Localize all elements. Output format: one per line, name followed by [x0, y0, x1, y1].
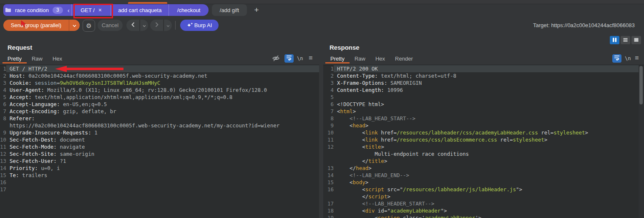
code-line[interactable]: 4Content-Length: 10996 — [323, 86, 644, 94]
code-line[interactable]: 5Accept: text/html,application/xhtml+xml… — [0, 94, 319, 101]
code-line[interactable]: 9 <head> — [323, 122, 644, 129]
code-line[interactable]: 15 <body> — [323, 179, 644, 186]
code-text: Referer: — [6, 115, 319, 122]
code-line[interactable]: 13 </head> — [323, 165, 644, 172]
tab-raw[interactable]: Raw — [350, 54, 370, 63]
history-forward-dropdown[interactable] — [164, 20, 172, 31]
code-line[interactable]: https://0a2c00e104244acf8066083100c0005f… — [0, 122, 319, 129]
code-line[interactable]: </title> — [323, 157, 644, 165]
request-menu-button[interactable]: ≡ — [309, 54, 312, 62]
code-line[interactable]: 14Priority: u=0, i — [0, 165, 319, 172]
layout-columns-button[interactable] — [610, 36, 619, 44]
code-line[interactable]: 7Accept-Encoding: gzip, deflate, br — [0, 108, 319, 115]
code-line[interactable]: 10 <link href=/resources/labheader/css/a… — [323, 129, 644, 136]
hide-nonprintable-button[interactable] — [272, 55, 280, 63]
code-text: User-Agent: Mozilla/5.0 (X11; Linux x86_… — [6, 86, 319, 94]
code-text: <link href=/resources/css/labsEcommerce.… — [334, 136, 644, 143]
tab-checkout[interactable]: /checkout — [169, 4, 209, 16]
cancel-button[interactable]: Cancel — [98, 20, 123, 31]
code-line[interactable]: 12 <title> — [323, 143, 644, 150]
word-wrap-toggle[interactable] — [284, 54, 294, 63]
gear-icon: ⚙ — [86, 22, 91, 30]
code-line[interactable]: 9Upgrade-Insecure-Requests: 1 — [0, 129, 319, 136]
code-text: Priority: u=0, i — [6, 165, 319, 172]
tab-add-gift[interactable]: /add gift — [212, 4, 247, 16]
code-line[interactable]: 3X-Frame-Options: SAMEORIGIN — [323, 79, 644, 86]
response-menu-button[interactable]: ≡ — [635, 54, 639, 62]
code-line[interactable]: 17 <!--LAB_HEADER_START--> — [323, 200, 644, 207]
code-line[interactable]: 13Sec-Fetch-User: ?1 — [0, 157, 319, 165]
line-number — [0, 122, 6, 129]
code-line[interactable]: 4User-Agent: Mozilla/5.0 (X11; Linux x86… — [0, 86, 319, 94]
tab-raw[interactable]: Raw — [27, 54, 48, 63]
code-line[interactable]: 2Content-Type: text/html; charset=utf-8 — [323, 72, 644, 79]
code-text: Host: 0a2c00e104244acf8066083100c0005f.w… — [6, 72, 319, 79]
settings-button[interactable]: ⚙ — [83, 20, 95, 32]
tab-race-condition[interactable]: race condition 3 ‹ — [3, 4, 71, 16]
code-line[interactable]: 8 <!--LAB_HEAD_START--> — [323, 115, 644, 122]
send-group-label: Send group (parallel) — [11, 22, 61, 28]
layout-rows-button[interactable] — [621, 36, 630, 44]
code-line[interactable]: 14 <!--LAB_HEAD_END--> — [323, 172, 644, 179]
code-text: Accept-Encoding: gzip, deflate, br — [6, 108, 319, 115]
code-line[interactable]: 7<html> — [323, 108, 644, 115]
line-number: 6 — [0, 101, 6, 108]
code-text: <script src="/resources/labheader/js/lab… — [334, 186, 644, 193]
code-text: Sec-Fetch-Site: same-origin — [6, 150, 319, 157]
code-text: <!--LAB_HEAD_END--> — [334, 172, 644, 179]
code-line[interactable]: 10Sec-Fetch-Dest: document — [0, 136, 319, 143]
collapse-group-icon[interactable]: ‹ — [68, 7, 70, 14]
tab-hex[interactable]: Hex — [48, 54, 67, 63]
word-wrap-toggle[interactable] — [612, 54, 621, 63]
show-newlines-toggle[interactable]: \n — [297, 56, 303, 61]
line-number: 17 — [323, 200, 334, 207]
code-line-selected[interactable]: 1GET / HTTP/2 — [0, 65, 319, 72]
send-group-button[interactable]: Send group (parallel) — [3, 20, 69, 31]
code-line[interactable]: 16 — [0, 179, 319, 186]
code-line[interactable]: 6Accept-Language: en-US,en;q=0.5 — [0, 101, 319, 108]
code-line[interactable]: 19 <section class='academyLabBanner'> — [323, 214, 644, 218]
line-number: 18 — [323, 207, 334, 214]
request-editor[interactable]: 1GET / HTTP/22Host: 0a2c00e104244acf8066… — [0, 65, 319, 218]
send-options-dropdown[interactable] — [69, 20, 80, 31]
code-line[interactable]: 5 — [323, 94, 644, 101]
tab-hex[interactable]: Hex — [370, 54, 390, 63]
line-number: 6 — [323, 101, 334, 108]
tab-add-cart-chaqueta[interactable]: add cart chaqueta — [111, 4, 169, 16]
code-line[interactable]: 11 <link href=/resources/css/labsEcommer… — [323, 136, 644, 143]
history-back-button[interactable] — [126, 20, 139, 31]
layout-single-button[interactable] — [631, 36, 641, 44]
line-number: 7 — [323, 108, 334, 115]
close-icon[interactable]: × — [98, 7, 102, 13]
code-line-selected[interactable]: 1HTTP/2 200 OK — [323, 65, 644, 72]
code-line[interactable]: 2Host: 0a2c00e104244acf8066083100c0005f.… — [0, 72, 319, 79]
code-line[interactable]: 11Sec-Fetch-Mode: navigate — [0, 143, 319, 150]
line-number: 10 — [0, 136, 6, 143]
code-line[interactable]: </script> — [323, 193, 644, 200]
line-number: 3 — [0, 79, 6, 86]
response-scrollbar-thumb[interactable] — [639, 66, 643, 104]
code-line[interactable]: 12Sec-Fetch-Site: same-origin — [0, 150, 319, 157]
tab-render[interactable]: Render — [390, 54, 418, 63]
burp-ai-button[interactable]: ✦✦ Burp AI — [180, 20, 219, 31]
response-editor[interactable]: 1HTTP/2 200 OK2Content-Type: text/html; … — [323, 65, 644, 218]
code-line[interactable]: 17 — [0, 186, 319, 193]
tab-pretty[interactable]: Pretty — [3, 54, 27, 63]
line-number: 17 — [0, 186, 6, 193]
new-tab-button[interactable]: + — [251, 4, 262, 16]
code-line[interactable]: 15Te: trailers — [0, 172, 319, 179]
code-line[interactable]: 8Referer: — [0, 115, 319, 122]
code-line[interactable]: 16 <script src="/resources/labheader/js/… — [323, 186, 644, 193]
code-line[interactable]: 6<!DOCTYPE html> — [323, 101, 644, 108]
code-text: Sec-Fetch-Dest: document — [6, 136, 319, 143]
chevron-down-icon — [143, 22, 146, 28]
history-back-dropdown[interactable] — [140, 20, 148, 31]
code-line[interactable]: Multi-endpoint race conditions — [323, 150, 644, 157]
code-line[interactable]: 18 <div id="academyLabHeader"> — [323, 207, 644, 214]
tab-get-root[interactable]: GET / × — [72, 4, 111, 16]
tab-pretty[interactable]: Pretty — [325, 54, 350, 63]
show-newlines-toggle[interactable]: \n — [625, 56, 631, 61]
code-line[interactable]: 3Cookie: session=9whOV6dkoy3snIJTS8TWl1A… — [0, 79, 319, 86]
line-number: 4 — [0, 86, 6, 94]
history-forward-button[interactable] — [150, 20, 163, 31]
